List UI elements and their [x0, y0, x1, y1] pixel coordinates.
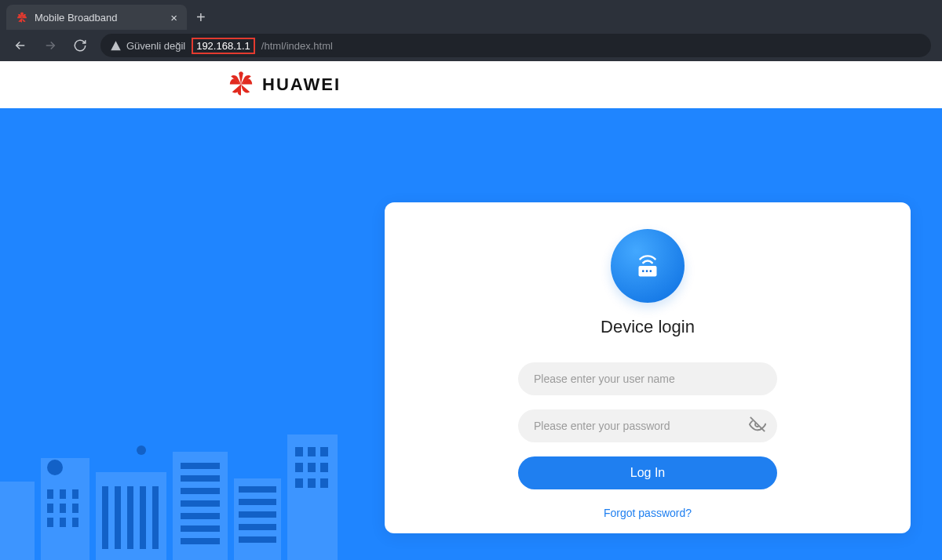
- svg-rect-26: [181, 513, 220, 519]
- new-tab-button[interactable]: +: [187, 5, 215, 30]
- forgot-password-link[interactable]: Forgot password?: [604, 507, 692, 519]
- huawei-logo-icon: [228, 70, 254, 100]
- svg-rect-18: [115, 486, 121, 549]
- svg-rect-37: [295, 463, 303, 472]
- page-header: HUAWEI: [0, 61, 942, 108]
- svg-rect-23: [181, 475, 220, 482]
- svg-rect-31: [239, 511, 276, 518]
- svg-rect-8: [47, 489, 53, 499]
- svg-rect-24: [181, 488, 220, 494]
- security-label: Güvenli değil: [126, 40, 185, 52]
- browser-tab[interactable]: Mobile Broadband ×: [6, 5, 187, 30]
- svg-rect-34: [295, 447, 303, 456]
- svg-rect-22: [181, 463, 220, 469]
- brand-name: HUAWEI: [262, 75, 341, 95]
- svg-rect-19: [127, 486, 133, 549]
- svg-rect-28: [181, 538, 220, 544]
- svg-rect-41: [308, 478, 316, 488]
- browser-toolbar: Güvenli değil 192.168.1.1/html/index.htm…: [0, 30, 942, 61]
- username-input[interactable]: [518, 362, 777, 395]
- close-tab-button[interactable]: ×: [170, 12, 177, 24]
- url-path: /html/index.html: [261, 40, 333, 52]
- svg-rect-25: [181, 500, 220, 507]
- svg-point-45: [646, 270, 648, 272]
- address-bar[interactable]: Güvenli değil 192.168.1.1/html/index.htm…: [100, 34, 931, 57]
- svg-rect-40: [295, 478, 303, 488]
- login-card: Device login Log In Forgot password?: [385, 202, 911, 533]
- svg-rect-38: [308, 463, 316, 472]
- login-form: Log In Forgot password?: [518, 362, 777, 519]
- svg-rect-10: [72, 489, 78, 499]
- svg-point-44: [642, 270, 644, 272]
- url-highlight: 192.168.1.1: [192, 38, 255, 54]
- login-title: Device login: [601, 317, 695, 337]
- browser-chrome: Mobile Broadband × + Güvenli değil 192.1…: [0, 0, 942, 61]
- svg-rect-30: [239, 499, 276, 505]
- favicon-icon: [16, 11, 28, 24]
- login-button[interactable]: Log In: [518, 456, 777, 489]
- hero: Device login Log In Forgot password?: [0, 108, 942, 560]
- city-background-icon: [0, 411, 408, 560]
- svg-rect-15: [60, 518, 66, 527]
- svg-point-6: [47, 460, 63, 475]
- tab-bar: Mobile Broadband × +: [0, 0, 942, 30]
- svg-point-7: [137, 445, 146, 455]
- svg-rect-17: [102, 486, 108, 549]
- toggle-password-visibility-icon[interactable]: [749, 416, 766, 436]
- svg-rect-27: [181, 525, 220, 532]
- svg-rect-20: [140, 486, 146, 549]
- password-input[interactable]: [518, 409, 777, 442]
- svg-rect-36: [320, 447, 328, 456]
- svg-rect-16: [72, 518, 78, 527]
- svg-rect-13: [72, 504, 78, 513]
- back-button[interactable]: [11, 36, 30, 55]
- svg-rect-12: [60, 504, 66, 513]
- forward-button[interactable]: [41, 36, 60, 55]
- reload-button[interactable]: [71, 36, 89, 55]
- svg-rect-21: [152, 486, 159, 549]
- router-icon: [611, 229, 685, 303]
- svg-rect-0: [0, 482, 35, 560]
- svg-point-46: [649, 270, 652, 272]
- svg-rect-42: [320, 478, 328, 488]
- svg-rect-35: [308, 447, 316, 456]
- svg-rect-14: [47, 518, 53, 527]
- not-secure-warning: Güvenli değil: [110, 40, 185, 52]
- brand: HUAWEI: [228, 70, 341, 100]
- svg-rect-33: [239, 536, 276, 543]
- svg-rect-9: [60, 489, 66, 499]
- svg-rect-39: [320, 463, 328, 472]
- svg-rect-29: [239, 486, 276, 493]
- tab-title: Mobile Broadband: [35, 12, 118, 24]
- svg-rect-32: [239, 524, 276, 530]
- warning-icon: [110, 40, 122, 52]
- svg-rect-11: [47, 504, 53, 513]
